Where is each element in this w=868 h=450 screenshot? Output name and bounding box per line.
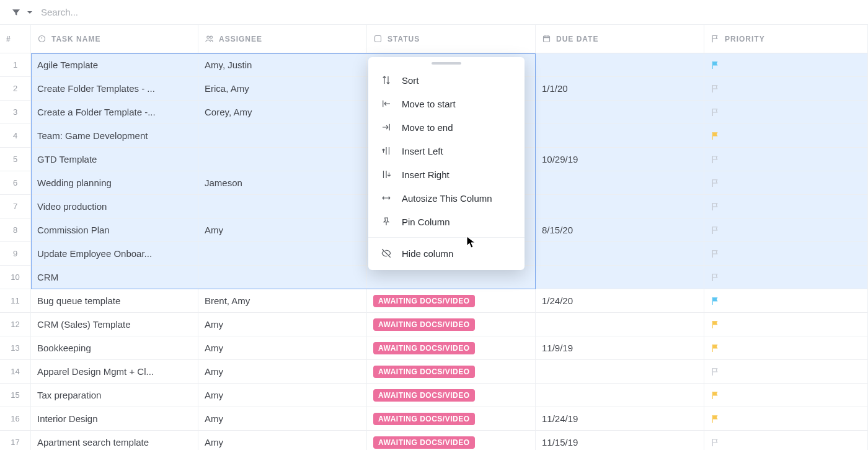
- cell-priority[interactable]: [704, 313, 868, 336]
- cell-task[interactable]: GTD Template: [31, 148, 198, 171]
- cell-assignee[interactable]: Amy, Justin: [198, 53, 367, 77]
- cell-task[interactable]: CRM: [31, 266, 198, 289]
- cell-due[interactable]: 8/15/20: [536, 218, 704, 242]
- cell-assignee[interactable]: Amy: [198, 218, 367, 242]
- menu-pin[interactable]: Pin Column: [368, 210, 525, 233]
- menu-autosize[interactable]: Autosize This Column: [368, 186, 525, 210]
- cell-task[interactable]: Update Employee Onboar...: [31, 242, 198, 266]
- cell-assignee[interactable]: Corey, Amy: [198, 101, 367, 124]
- status-badge: AWAITING DOCS/VIDEO: [373, 342, 475, 354]
- cell-due[interactable]: 1/1/20: [536, 77, 704, 101]
- header-task[interactable]: TASK NAME: [31, 25, 198, 53]
- table-row[interactable]: 13 Bookkeeping Amy AWAITING DOCS/VIDEO 1…: [0, 336, 868, 360]
- cell-due[interactable]: [536, 101, 704, 124]
- cell-priority[interactable]: [704, 384, 868, 407]
- menu-insert-left[interactable]: Insert Left: [368, 139, 525, 163]
- table-row[interactable]: 16 Interior Design Amy AWAITING DOCS/VID…: [0, 407, 868, 431]
- table-row[interactable]: 11 Bug queue template Brent, Amy AWAITIN…: [0, 289, 868, 313]
- cell-assignee[interactable]: Brent, Amy: [198, 289, 367, 313]
- cell-due[interactable]: [536, 313, 704, 336]
- cell-due[interactable]: [536, 266, 704, 289]
- cell-task[interactable]: Agile Template: [31, 53, 198, 77]
- cell-task[interactable]: Bookkeeping: [31, 336, 198, 360]
- cell-assignee[interactable]: [198, 124, 367, 148]
- cell-priority[interactable]: [704, 124, 868, 148]
- cell-status[interactable]: AWAITING DOCS/VIDEO: [367, 431, 536, 450]
- search-input[interactable]: [41, 7, 857, 17]
- cell-assignee[interactable]: Amy: [198, 313, 367, 336]
- cell-status[interactable]: AWAITING DOCS/VIDEO: [367, 407, 536, 431]
- cell-due[interactable]: 1/24/20: [536, 289, 704, 313]
- menu-move-end[interactable]: Move to end: [368, 115, 525, 139]
- table-row[interactable]: 12 CRM (Sales) Template Amy AWAITING DOC…: [0, 313, 868, 336]
- table-row[interactable]: 14 Apparel Design Mgmt + Cl... Amy AWAIT…: [0, 360, 868, 384]
- cell-priority[interactable]: [704, 407, 868, 431]
- cell-due[interactable]: [536, 171, 704, 195]
- header-priority[interactable]: PRIORITY: [704, 25, 868, 53]
- cell-task[interactable]: Wedding planning: [31, 171, 198, 195]
- cell-assignee[interactable]: Amy: [198, 336, 367, 360]
- cell-priority[interactable]: [704, 195, 868, 218]
- filter-button[interactable]: [11, 7, 35, 17]
- cell-task[interactable]: Create Folder Templates - ...: [31, 77, 198, 101]
- cell-due[interactable]: 11/24/19: [536, 407, 704, 431]
- cell-assignee[interactable]: Amy: [198, 431, 367, 450]
- table-row[interactable]: 15 Tax preparation Amy AWAITING DOCS/VID…: [0, 384, 868, 407]
- cell-status[interactable]: AWAITING DOCS/VIDEO: [367, 360, 536, 384]
- cell-assignee[interactable]: Erica, Amy: [198, 77, 367, 101]
- cell-priority[interactable]: [704, 53, 868, 77]
- cell-due[interactable]: 11/15/19: [536, 431, 704, 450]
- cell-task[interactable]: Apartment search template: [31, 431, 198, 450]
- cell-assignee[interactable]: [198, 266, 367, 289]
- cell-due[interactable]: [536, 360, 704, 384]
- cell-due[interactable]: [536, 242, 704, 266]
- cell-priority[interactable]: [704, 148, 868, 171]
- cell-due[interactable]: [536, 195, 704, 218]
- cell-assignee[interactable]: Jameson: [198, 171, 367, 195]
- menu-drag-handle[interactable]: [432, 62, 461, 65]
- cell-priority[interactable]: [704, 336, 868, 360]
- cell-task[interactable]: Video production: [31, 195, 198, 218]
- cell-due[interactable]: 10/29/19: [536, 148, 704, 171]
- cell-priority[interactable]: [704, 266, 868, 289]
- cell-status[interactable]: AWAITING DOCS/VIDEO: [367, 313, 536, 336]
- cell-task[interactable]: CRM (Sales) Template: [31, 313, 198, 336]
- header-due[interactable]: DUE DATE: [536, 25, 704, 53]
- cell-priority[interactable]: [704, 360, 868, 384]
- cell-due[interactable]: 11/9/19: [536, 336, 704, 360]
- cell-assignee[interactable]: Amy: [198, 384, 367, 407]
- menu-move-start[interactable]: Move to start: [368, 92, 525, 115]
- cell-status[interactable]: AWAITING DOCS/VIDEO: [367, 384, 536, 407]
- cell-priority[interactable]: [704, 77, 868, 101]
- cell-assignee[interactable]: [198, 242, 367, 266]
- cell-due[interactable]: [536, 384, 704, 407]
- cell-priority[interactable]: [704, 101, 868, 124]
- header-number[interactable]: #: [0, 25, 31, 53]
- cell-priority[interactable]: [704, 218, 868, 242]
- cell-task[interactable]: Interior Design: [31, 407, 198, 431]
- cell-priority[interactable]: [704, 289, 868, 313]
- cell-due[interactable]: [536, 124, 704, 148]
- cell-status[interactable]: AWAITING DOCS/VIDEO: [367, 289, 536, 313]
- menu-insert-right[interactable]: Insert Right: [368, 163, 525, 186]
- cell-priority[interactable]: [704, 171, 868, 195]
- cell-task[interactable]: Team: Game Development: [31, 124, 198, 148]
- cell-assignee[interactable]: [198, 148, 367, 171]
- header-assignee[interactable]: ASSIGNEE: [198, 25, 367, 53]
- cell-assignee[interactable]: Amy: [198, 407, 367, 431]
- cell-due[interactable]: [536, 53, 704, 77]
- cell-assignee[interactable]: Amy: [198, 360, 367, 384]
- cell-task[interactable]: Apparel Design Mgmt + Cl...: [31, 360, 198, 384]
- cell-priority[interactable]: [704, 431, 868, 450]
- cell-priority[interactable]: [704, 242, 868, 266]
- cell-task[interactable]: Tax preparation: [31, 384, 198, 407]
- cell-assignee[interactable]: [198, 195, 367, 218]
- menu-hide[interactable]: Hide column: [368, 241, 525, 265]
- cell-task[interactable]: Bug queue template: [31, 289, 198, 313]
- cell-task[interactable]: Create a Folder Template -...: [31, 101, 198, 124]
- cell-status[interactable]: AWAITING DOCS/VIDEO: [367, 336, 536, 360]
- table-row[interactable]: 17 Apartment search template Amy AWAITIN…: [0, 431, 868, 450]
- menu-sort[interactable]: Sort: [368, 68, 525, 92]
- cell-task[interactable]: Commission Plan: [31, 218, 198, 242]
- header-status[interactable]: STATUS: [367, 25, 536, 53]
